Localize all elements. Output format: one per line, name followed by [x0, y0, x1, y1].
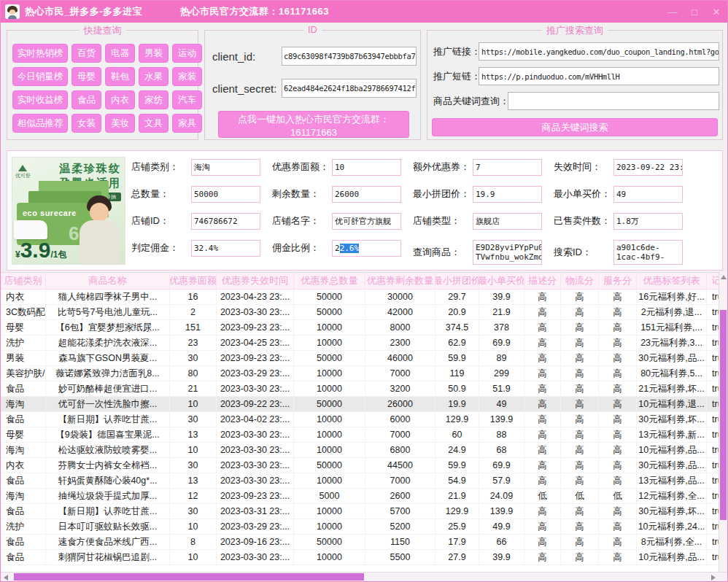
- table-row-11[interactable]: 内衣芬腾女士内裤女全棉裆...302023-03-30 23:...500004…: [1, 458, 720, 473]
- table-cell: 10: [170, 397, 217, 411]
- table-header-cell-10[interactable]: 服务分: [599, 273, 637, 289]
- horizontal-scrollbar[interactable]: [1, 572, 728, 581]
- client-secret-input[interactable]: 62ead484e2624f18ba29786697412f: [282, 79, 417, 98]
- table-row-1[interactable]: 3C数码配件比苛5号7号电池儿童玩...22023-03-30 23:...50…: [1, 305, 720, 320]
- quick-query-button-2-1[interactable]: 食品: [71, 90, 101, 109]
- quick-query-button-0-2[interactable]: 电器: [105, 44, 135, 63]
- table-cell: 高: [599, 504, 637, 519]
- quick-query-button-1-4[interactable]: 家装: [172, 67, 202, 86]
- quick-query-button-1-0[interactable]: 今日销量榜: [12, 67, 68, 86]
- quick-query-button-3-1[interactable]: 女装: [71, 114, 101, 133]
- table-header-cell-5[interactable]: 优惠券剩余数量: [365, 273, 435, 289]
- table-row-5[interactable]: 美容护肤/...薇诺娜紧致弹力洁面乳8...802023-03-29 23:..…: [1, 366, 720, 381]
- table-row-15[interactable]: 洗护日本叮叮驱蚊贴长效驱...102023-03-29 23:...100005…: [1, 519, 720, 535]
- table-header-cell-2[interactable]: 优惠券面额: [170, 273, 217, 289]
- table-row-16[interactable]: 食品速食方便食品米线广西...82023-09-16 23:...5000011…: [1, 535, 720, 550]
- minimize-icon[interactable]: —: [662, 1, 684, 23]
- table-row-10[interactable]: 海淘松达驱蚊液防蚊喷雾婴...102023-03-30 23:...100006…: [1, 443, 720, 458]
- quick-query-button-3-0[interactable]: 相似品推荐: [12, 114, 68, 133]
- table-header-cell-3[interactable]: 优惠券失效时间: [217, 273, 294, 289]
- vertical-scrollbar[interactable]: [719, 272, 727, 573]
- client-id-input[interactable]: c89c63098f4739b87b63947ebbbfa7: [282, 47, 417, 66]
- table-row-6[interactable]: 食品妙可奶酪棒超便宜进口...212023-03-30 23:...100003…: [1, 381, 720, 397]
- detail-field-input[interactable]: 海淘: [191, 159, 260, 176]
- quick-query-button-0-0[interactable]: 实时热销榜: [12, 44, 68, 63]
- maximize-icon[interactable]: □: [684, 1, 705, 23]
- table-cell: 高: [561, 397, 599, 411]
- keyword-search-button[interactable]: 商品关键词搜索: [432, 118, 718, 136]
- keyword-query-input[interactable]: [508, 92, 719, 110]
- detail-field-label: 已售卖件数：: [554, 214, 613, 228]
- client-id-label: client_id:: [212, 50, 282, 63]
- quick-query-button-1-3[interactable]: 水果: [139, 67, 169, 86]
- table-header-cell-1[interactable]: 商品名称: [46, 273, 170, 289]
- table-row-14[interactable]: 食品【新日期】认养吃甘蔗...302023-03-31 23:...100005…: [1, 504, 720, 519]
- quick-query-button-0-3[interactable]: 男装: [139, 44, 169, 63]
- quick-query-button-1-1[interactable]: 母婴: [71, 67, 101, 86]
- detail-field-input[interactable]: 32.4%: [191, 240, 260, 257]
- detail-field-input[interactable]: 优可舒官方旗舰: [332, 213, 401, 230]
- quick-query-button-2-2[interactable]: 内衣: [105, 90, 135, 109]
- table-row-9[interactable]: 母婴【9袋装】德国喜宝果泥...132023-03-30 23:...10000…: [1, 427, 720, 443]
- quick-query-button-3-4[interactable]: 家具: [172, 114, 202, 133]
- detail-field-input[interactable]: 10: [332, 159, 401, 176]
- table-cell: 26000: [365, 397, 435, 411]
- quick-query-button-1-2[interactable]: 鞋包: [105, 67, 135, 86]
- table-row-17[interactable]: 食品刺猬阿甘花椒锅巴追剧...102023-03-30 23:...100005…: [1, 550, 720, 565]
- product-image[interactable]: 优可舒 温柔珍珠纹 孕婴也适用 珍珠纹 | 50抽 eco surecare 6…: [12, 157, 125, 265]
- vertical-scrollbar-thumb[interactable]: [720, 310, 727, 520]
- table-header-cell-9[interactable]: 物流分: [561, 273, 599, 289]
- detail-field-input[interactable]: 旗舰店: [473, 213, 542, 230]
- detail-field-input[interactable]: 26000: [332, 186, 401, 203]
- promo-search-title: 推广搜索查询: [542, 24, 608, 37]
- table-cell: 68: [479, 443, 524, 457]
- table-row-13[interactable]: 海淘抽绳垃圾袋手提式加厚...122023-09-23 23:...500026…: [1, 489, 720, 504]
- horizontal-scrollbar-thumb[interactable]: [14, 573, 364, 581]
- quick-query-button-2-4[interactable]: 汽车: [172, 90, 202, 109]
- detail-field-row: 总数量：50000: [131, 185, 260, 203]
- field-value-prefix: 2: [335, 244, 340, 253]
- table-cell: 2023-03-31 23:...: [217, 504, 294, 519]
- detail-field-input[interactable]: 50000: [191, 186, 260, 203]
- quick-query-button-2-3[interactable]: 家纺: [139, 90, 169, 109]
- detail-field-input[interactable]: 22.6%: [332, 240, 401, 257]
- scroll-left-icon[interactable]: [4, 575, 8, 581]
- quick-query-button-3-3[interactable]: 文具: [139, 114, 169, 133]
- table-header-cell-11[interactable]: 优惠标签列表: [637, 273, 707, 289]
- detail-field-input[interactable]: a901c6de- 1cac-4bf9-: [613, 240, 683, 265]
- table-header-cell-6[interactable]: 最小拼团价: [435, 273, 479, 289]
- detail-field-input[interactable]: 7: [473, 159, 542, 176]
- table-cell: 日本叮叮驱蚊贴长效驱...: [46, 519, 170, 534]
- table-row-8[interactable]: 食品【新日期】认养吃甘蔗...302023-04-02 23:...100006…: [1, 412, 720, 427]
- detail-field-input[interactable]: 19.9: [473, 186, 542, 203]
- detail-field-input[interactable]: 49: [613, 186, 683, 203]
- quick-query-button-2-0[interactable]: 实时收益榜: [12, 90, 68, 109]
- quick-query-button-3-2[interactable]: 美妆: [105, 114, 135, 133]
- table-header-cell-0[interactable]: 店铺类别: [1, 273, 46, 289]
- scroll-up-icon[interactable]: [721, 275, 727, 279]
- detail-field-input[interactable]: 1.8万: [613, 213, 683, 230]
- detail-field-input[interactable]: E9D28yviPYpPu0 TVwfnbu_wokZmo: [473, 240, 542, 265]
- detail-field-input[interactable]: 746786672: [191, 213, 260, 230]
- table-row-7[interactable]: 海淘优可舒一次性洗脸巾擦...102023-09-22 23:...500002…: [1, 397, 720, 412]
- table-header-cell-4[interactable]: 优惠券总数量: [294, 273, 365, 289]
- scroll-right-icon[interactable]: [711, 575, 716, 581]
- detail-field-input[interactable]: 2023-09-22 23:5: [613, 159, 683, 176]
- table-row-4[interactable]: 男装森马旗下GSON男装夏...302023-09-23 23:...50000…: [1, 351, 720, 366]
- table-header-cell-7[interactable]: 最小单买价: [479, 273, 524, 289]
- table-row-3[interactable]: 洗护超能花漾柔护洗衣液深...232023-04-25 23:...100002…: [1, 335, 720, 351]
- quick-query-button-0-4[interactable]: 运动: [172, 44, 202, 63]
- table-cell: 129.9: [435, 504, 479, 519]
- table-row-0[interactable]: 内衣猫人纯棉四季袜子男中...162023-04-23 23:...500003…: [1, 290, 720, 305]
- table-cell: 10000: [294, 381, 365, 396]
- join-group-button[interactable]: 点我一键加入热心市民官方交流群：161171663: [218, 111, 409, 138]
- table-cell: 49.9: [479, 519, 524, 534]
- table-row-2[interactable]: 母婴【6包】宜婴梦想家纸尿...1512023-09-23 23:...1000…: [1, 320, 720, 335]
- quick-query-button-0-1[interactable]: 百货: [71, 44, 101, 63]
- table-row-12[interactable]: 食品轩妈蛋黄酥随心装40g*...132023-03-30 23:...1000…: [1, 473, 720, 489]
- close-icon[interactable]: ✕: [705, 1, 727, 23]
- promo-short-input[interactable]: https://p.pinduoduo.com/mVHHmllH: [479, 67, 719, 85]
- table-cell: 食品: [1, 504, 46, 519]
- promo-link-input[interactable]: https://mobile.yangkeduo.com/duo_coupon_…: [479, 42, 719, 61]
- table-header-cell-8[interactable]: 描述分: [524, 273, 561, 289]
